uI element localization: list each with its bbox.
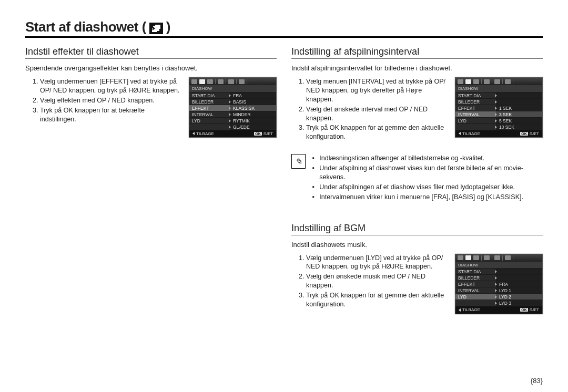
left-column: Indstil effekter til diashowet Spændende… — [25, 43, 277, 314]
note-list: Indlæsningstiden afhænger af billedstørr… — [311, 154, 543, 202]
page-title-prefix: Start af diashowet ( — [25, 19, 146, 35]
lcd-menu-row: EFFEKT1 SEK — [455, 105, 542, 111]
lcd-menu-row: LYD5 SEK — [455, 117, 542, 123]
lcd-menu-row: LYDLYD 2 — [455, 294, 542, 300]
step: Tryk på OK knappen for at bekræfte indst… — [40, 106, 182, 124]
manual-page: Start af diashowet ( ) Indstil effekter … — [0, 0, 568, 392]
lcd-footer: TILBAGEOKSÆT — [455, 130, 542, 137]
lcd-menu-row: INTERVAL3 SEK — [455, 111, 542, 117]
step: Vælg undermenuen [LYD] ved at trykke på … — [306, 254, 449, 272]
page-title-suffix: ) — [166, 19, 170, 35]
steps-interval: Vælg menuen [INTERVAL] ved at trykke på … — [291, 77, 449, 142]
note-item: Indlæsningstiden afhænger af billedstørr… — [319, 154, 543, 163]
note-icon: ✎ — [291, 154, 306, 169]
step: Vælg den ønskede musik med OP / NED knap… — [306, 272, 449, 290]
lcd-menu-row: 10 SEK — [455, 123, 542, 130]
lcd-menu-row: START DIAFRA — [189, 92, 276, 98]
lcd-mode-bar — [455, 254, 542, 262]
steps-bgm: Vælg undermenuen [LYD] ved at trykke på … — [291, 254, 449, 310]
lcd-menu-row: LYD 3 — [455, 300, 542, 306]
lcd-menu-row: EFFEKTFRA — [455, 281, 542, 287]
lcd-menu-row: BILLEDERBASIS — [189, 98, 276, 105]
page-number: {83} — [531, 377, 543, 385]
lcd-menu-row: EFFEKTKLASSISK — [189, 105, 276, 111]
lcd-footer: TILBAGEOKSÆT — [189, 130, 276, 137]
lcd-menu-label: DIASHOW — [189, 85, 276, 92]
step: Tryk på OK knappen for at gemme den aktu… — [306, 291, 449, 309]
lcd-mock-bgm: DIASHOWSTART DIABILLEDEREFFEKTFRAINTERVA… — [455, 254, 543, 314]
lcd-menu-row: BILLEDER — [455, 98, 542, 105]
page-title: Start af diashowet ( ) — [25, 19, 543, 35]
note-item: Intervalmenuen virker kun i menuerne [FR… — [319, 193, 543, 202]
lcd-mode-bar — [189, 78, 276, 85]
step: Vælg effekten med OP / NED knappen. — [40, 96, 182, 105]
section-rule — [25, 58, 277, 59]
lcd-footer: TILBAGEOKSÆT — [455, 306, 542, 314]
lcd-mock-effects: DIASHOWSTART DIAFRABILLEDERBASISEFFEKTKL… — [189, 77, 277, 138]
intro-effects: Spændende overgangseffekter kan benyttes… — [25, 64, 277, 72]
section-heading-bgm: Indstilling af BGM — [291, 223, 543, 234]
note-item: Under afspilningen af et diashow vises f… — [319, 183, 543, 192]
lcd-menu-row: GLÆDE — [189, 123, 276, 130]
step: Vælg det ønskede interval med OP / NED k… — [306, 105, 449, 123]
section-rule — [291, 235, 543, 235]
section-rule — [291, 58, 543, 59]
lcd-mock-interval: DIASHOWSTART DIABILLEDEREFFEKT1 SEKINTER… — [455, 77, 543, 138]
lcd-menu-row: INTERVALMINDER — [189, 111, 276, 117]
lcd-menu-label: DIASHOW — [455, 262, 542, 269]
slideshow-stack-icon — [149, 23, 163, 34]
steps-effects: Vælg undermenuen [EFFEKT] ved at trykke … — [25, 77, 182, 125]
intro-bgm: Indstil diashowets musik. — [291, 241, 543, 249]
lcd-menu-row: START DIA — [455, 269, 542, 275]
step: Tryk på OK knappen for at gemme den aktu… — [306, 123, 449, 141]
lcd-mode-bar — [455, 78, 542, 85]
intro-interval: Indstil afspilningsintervallet for bille… — [291, 64, 543, 72]
section-heading-effects: Indstil effekter til diashowet — [25, 46, 277, 57]
step: Vælg undermenuen [EFFEKT] ved at trykke … — [40, 77, 182, 95]
lcd-menu-row: BILLEDER — [455, 275, 542, 281]
title-rule — [25, 36, 543, 38]
right-column: Indstilling af afspilningsinterval Indst… — [291, 43, 543, 314]
lcd-menu-row: LYDRYTMIK — [189, 117, 276, 123]
note-box: ✎ Indlæsningstiden afhænger af billedstø… — [291, 154, 543, 202]
lcd-menu-label: DIASHOW — [455, 85, 542, 92]
lcd-menu-row: INTERVALLYD 1 — [455, 287, 542, 294]
note-item: Under afspilning af diashowet vises kun … — [319, 164, 543, 182]
section-heading-interval: Indstilling af afspilningsinterval — [291, 46, 543, 57]
step: Vælg menuen [INTERVAL] ved at trykke på … — [306, 77, 449, 104]
lcd-menu-row: START DIA — [455, 92, 542, 98]
